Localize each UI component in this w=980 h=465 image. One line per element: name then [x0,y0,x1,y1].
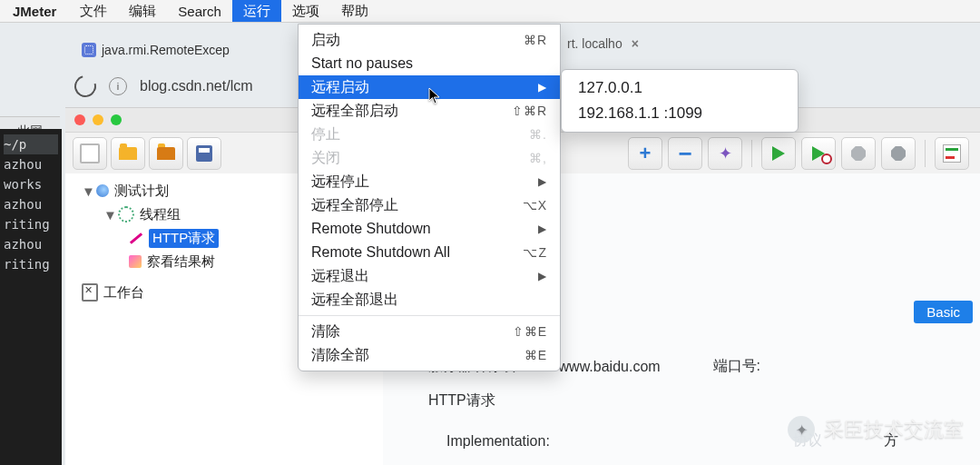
menu-shutdown: 关闭⌘, [299,146,560,170]
play-icon [772,146,785,161]
submenu-arrow-icon: ▶ [538,175,547,188]
toggle-button[interactable]: ✦ [708,137,742,170]
app-menubar: JMeter 文件 编辑 Search 运行 选项 帮助 [0,0,980,23]
stop-button[interactable] [841,137,876,170]
toolbar-separator [751,140,752,167]
server-name-value[interactable]: www.baidu.com [559,359,661,375]
new-button[interactable] [73,137,107,170]
expand-button[interactable]: + [628,137,662,170]
http-request-section-label: HTTP请求 [428,391,495,411]
menu-run[interactable]: 运行 [232,0,281,22]
implementation-label: Implementation: [446,433,550,450]
minus-icon: − [678,149,691,158]
menu-remote-shutdown-all[interactable]: Remote Shutdown All⌥Z [299,241,560,264]
menu-clear[interactable]: 清除⇧⌘E [299,320,560,343]
submenu-arrow-icon: ▶ [538,223,547,235]
start-nopause-button[interactable] [801,137,836,170]
folder-icon [119,147,137,160]
disclosure-icon[interactable]: ▼ [103,207,113,223]
workbench-icon [82,283,98,302]
tab-close-icon[interactable]: × [632,36,639,51]
favicon-icon [82,43,96,57]
test-plan-icon [96,184,109,197]
basic-tab[interactable]: Basic [914,301,973,323]
menu-search[interactable]: Search [167,0,232,22]
save-icon [196,145,212,162]
tree-label: 测试计划 [114,183,169,200]
menu-options[interactable]: 选项 [281,0,330,22]
menu-edit[interactable]: 编辑 [118,0,167,22]
submenu-arrow-icon: ▶ [538,81,547,94]
stop-icon [851,146,866,161]
jmeter-toolbar-right: + − ✦ [628,133,976,174]
menu-start[interactable]: 启动⌘R [299,28,560,52]
browser-tab-2[interactable]: rt. localho × [567,36,639,51]
traffic-minimize-icon[interactable] [93,114,103,125]
port-label: 端口号: [713,357,760,376]
browser-address-bar: i blog.csdn.net/lcm [74,71,253,102]
app-name: JMeter [0,4,69,19]
wechat-logo-icon: ✦ [788,416,815,443]
shutdown-icon [891,146,906,161]
collapse-button[interactable]: − [668,137,702,170]
folder-open-icon [157,147,175,160]
menu-help[interactable]: 帮助 [330,0,379,22]
toolbar-separator [925,140,926,167]
save-button[interactable] [187,137,221,170]
remote-host-item[interactable]: 127.0.0.1 [562,75,798,101]
traffic-zoom-icon[interactable] [111,114,122,125]
wand-icon: ✦ [719,143,732,163]
report-icon [943,144,961,163]
tree-label: 线程组 [140,206,181,223]
open-button[interactable] [149,137,183,170]
templates-button[interactable] [111,137,145,170]
browser-tab-1[interactable]: java.rmi.RemoteExcep [82,36,230,64]
play-nopause-icon [812,146,825,161]
listener-icon [129,255,142,268]
submenu-arrow-icon: ▶ [538,270,547,282]
terminal-snippet: ~/p azhou works azhou riting azhou ritin… [0,129,62,465]
tree-label-selected: HTTP请求 [149,229,219,248]
site-info-icon[interactable]: i [109,77,127,95]
menu-separator [299,315,560,316]
file-new-icon [80,143,100,163]
watermark: ✦ 采臣技术交流室 [788,416,964,443]
traffic-close-icon[interactable] [74,114,85,125]
shutdown-button[interactable] [881,137,916,170]
url-text[interactable]: blog.csdn.net/lcm [140,78,253,94]
menu-start-no-pauses[interactable]: Start no pauses [299,52,560,75]
sampler-icon [130,232,142,244]
run-menu-dropdown[interactable]: 启动⌘R Start no pauses 远程启动▶ 远程全部启动⇧⌘R 停止⌘… [298,24,561,371]
disclosure-icon[interactable]: ▼ [82,183,91,199]
report-button[interactable] [935,137,969,170]
start-button[interactable] [761,137,796,170]
tree-label: 察看结果树 [147,253,215,271]
menu-stop: 停止⌘. [299,123,560,146]
menu-remote-exit[interactable]: 远程退出▶ [299,264,560,288]
plus-icon: + [640,142,652,165]
menu-remote-start[interactable]: 远程启动▶ [299,75,560,99]
tab-title: java.rmi.RemoteExcep [102,43,230,57]
remote-start-submenu[interactable]: 127.0.0.1 192.168.1.1 :1099 [561,69,799,133]
tree-label: 工作台 [103,284,144,302]
watermark-text: 采臣技术交流室 [824,416,964,443]
menu-remote-stop[interactable]: 远程停止▶ [299,170,560,193]
thread-group-icon [118,206,134,223]
menu-remote-shutdown[interactable]: Remote Shutdown▶ [299,217,560,241]
menu-remote-exit-all[interactable]: 远程全部退出 [299,288,560,312]
menu-clear-all[interactable]: 清除全部⌘E [299,343,560,367]
menu-file[interactable]: 文件 [69,0,118,22]
tab-title: rt. localho [567,36,622,51]
menu-remote-stop-all[interactable]: 远程全部停止⌥X [299,193,560,217]
remote-host-item[interactable]: 192.168.1.1 :1099 [562,101,798,126]
menu-remote-start-all[interactable]: 远程全部启动⇧⌘R [299,99,560,123]
reload-icon[interactable] [71,72,101,102]
